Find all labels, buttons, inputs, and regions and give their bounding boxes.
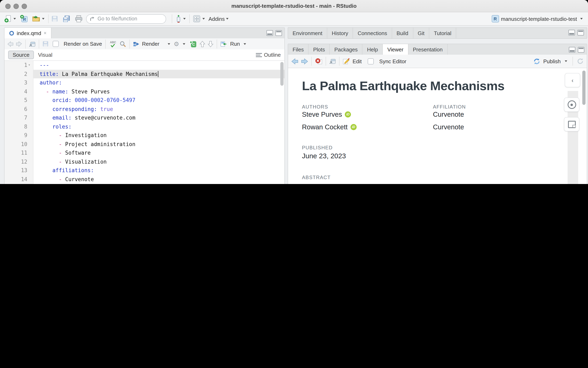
code-line[interactable]: 10 - Project administration [4, 140, 285, 148]
workspace-panes-caret[interactable] [202, 18, 205, 19]
tab-tutorial[interactable]: Tutorial [430, 28, 456, 38]
viewer-back-icon[interactable] [291, 58, 298, 64]
code-line[interactable]: 5 orcid: 0000-0002-0760-5497 [4, 96, 285, 105]
save-icon[interactable] [51, 13, 58, 24]
run-next-icon[interactable] [208, 41, 213, 47]
minimize-viewer-icon[interactable] [569, 47, 575, 53]
viewer-forward-icon[interactable] [301, 58, 308, 64]
code-editor[interactable]: 1▾---2title: La Palma Earthquake Mechani… [4, 61, 285, 184]
code-line[interactable]: 7 email: steve@curvenote.com [4, 113, 285, 122]
project-menu[interactable]: R manuscript-template-rstudio-test [491, 12, 584, 25]
render-on-save-checkbox[interactable] [53, 41, 59, 47]
published-label: PUBLISHED [302, 145, 332, 151]
open-file-icon[interactable] [32, 13, 41, 24]
open-recent-caret[interactable] [42, 18, 45, 19]
code-line[interactable]: 13 affiliations: [4, 166, 285, 175]
tab-viewer[interactable]: Viewer [383, 44, 408, 55]
code-line[interactable]: 9 - Investigation [4, 131, 285, 140]
tab-packages[interactable]: Packages [330, 44, 363, 55]
editor-scrollbar[interactable] [280, 62, 284, 86]
edit-button[interactable]: Edit [353, 58, 362, 64]
new-file-menu-caret[interactable] [13, 18, 16, 19]
tab-git[interactable]: Git [413, 28, 429, 38]
back-icon[interactable] [7, 41, 13, 47]
orcid-icon[interactable]: iD [345, 111, 351, 118]
workspace-panes-icon[interactable] [192, 13, 201, 24]
tab-connections[interactable]: Connections [353, 28, 392, 38]
maximize-viewer-icon[interactable] [578, 47, 584, 53]
run-button[interactable]: Run [230, 41, 240, 47]
forward-icon[interactable] [16, 41, 22, 47]
gear-icon[interactable]: ⚙ [174, 41, 179, 47]
rendered-document[interactable]: La Palma Earthquake Mechanisms AUTHORS A… [288, 68, 587, 184]
gear-caret[interactable] [183, 43, 185, 45]
editor-toolbar: Render on Save ABC Render ⚙ C Run [4, 38, 285, 50]
clear-viewer-icon[interactable] [315, 58, 322, 64]
version-control-caret[interactable] [183, 18, 186, 19]
code-line[interactable]: 1▾--- [4, 61, 285, 70]
refresh-icon[interactable] [577, 58, 584, 64]
sync-editor-checkbox[interactable] [368, 58, 374, 64]
collapse-panel-button[interactable]: ‹ [565, 73, 580, 87]
tab-help[interactable]: Help [363, 44, 383, 55]
project-name: manuscript-template-rstudio-test [501, 16, 577, 22]
render-caret[interactable] [167, 43, 170, 45]
version-control-icon[interactable] [175, 13, 182, 24]
view-options-button[interactable] [564, 98, 579, 112]
search-icon[interactable] [119, 41, 126, 47]
project-icon: R [491, 15, 499, 22]
new-file-icon[interactable] [4, 13, 12, 24]
render-on-save-label: Render on Save [64, 41, 102, 47]
publish-caret[interactable] [565, 60, 567, 62]
code-line[interactable]: 4 - name: Steve Purves [4, 87, 285, 96]
new-project-icon[interactable]: R [19, 13, 28, 24]
print-icon[interactable] [75, 13, 83, 24]
minimize-pane-icon[interactable] [266, 30, 273, 36]
source-mode-button[interactable]: Source [8, 51, 34, 59]
code-line[interactable]: 11 - Software [4, 148, 285, 157]
maximize-env-icon[interactable] [577, 30, 584, 36]
save-doc-icon[interactable] [42, 41, 49, 47]
code-line[interactable]: 12 - Visualization [4, 157, 285, 166]
orcid-icon[interactable]: iD [350, 124, 357, 130]
annotate-button[interactable] [564, 117, 579, 131]
render-icon[interactable] [133, 41, 139, 47]
spellcheck-icon[interactable]: ABC [109, 41, 117, 47]
code-line[interactable]: 15 - name: Rowan Cockett [4, 184, 285, 184]
save-all-icon[interactable] [62, 13, 71, 24]
outline-button[interactable]: Outline [264, 52, 281, 58]
viewer-popout-icon[interactable] [329, 58, 336, 64]
tab-environment[interactable]: Environment [288, 28, 327, 38]
code-line[interactable]: 2title: La Palma Earthquake Mechanisms [4, 70, 285, 78]
viewer-scrollbar[interactable] [582, 71, 586, 105]
tab-build[interactable]: Build [392, 28, 413, 38]
visual-mode-button[interactable]: Visual [34, 51, 56, 59]
viewer-pane: FilesPlotsPackagesHelpViewerPresentation… [288, 44, 587, 184]
run-caret[interactable] [244, 43, 246, 45]
code-line[interactable]: 14 - Curvenote [4, 175, 285, 184]
render-button[interactable]: Render [142, 41, 159, 47]
tab-plots[interactable]: Plots [309, 44, 330, 55]
maximize-pane-icon[interactable] [276, 30, 282, 36]
run-previous-icon[interactable] [200, 41, 205, 47]
tab-index-qmd[interactable]: index.qmd × [4, 28, 51, 39]
article-title: La Palma Earthquake Mechanisms [302, 79, 505, 93]
run-icon[interactable] [220, 41, 228, 47]
code-line[interactable]: 6 corresponding: true [4, 105, 285, 113]
minimize-env-icon[interactable] [569, 30, 575, 36]
tab-history[interactable]: History [327, 28, 353, 38]
popout-icon[interactable] [29, 41, 36, 47]
fold-marker-icon[interactable]: ▾ [28, 61, 30, 70]
insert-chunk-icon[interactable]: C [189, 40, 197, 47]
code-line[interactable]: 8 roles: [4, 122, 285, 131]
line-number: 3 [4, 78, 27, 87]
line-number: 7 [4, 113, 27, 122]
addins-caret[interactable] [226, 18, 229, 19]
tab-presentation[interactable]: Presentation [408, 44, 447, 55]
close-tab-icon[interactable]: × [44, 30, 46, 36]
tab-files[interactable]: Files [288, 44, 309, 55]
publish-button[interactable]: Publish [543, 58, 561, 64]
addins-button[interactable]: Addins [209, 16, 225, 22]
code-line[interactable]: 3author: [4, 78, 285, 87]
goto-file-input[interactable]: Go to file/function [86, 14, 166, 23]
